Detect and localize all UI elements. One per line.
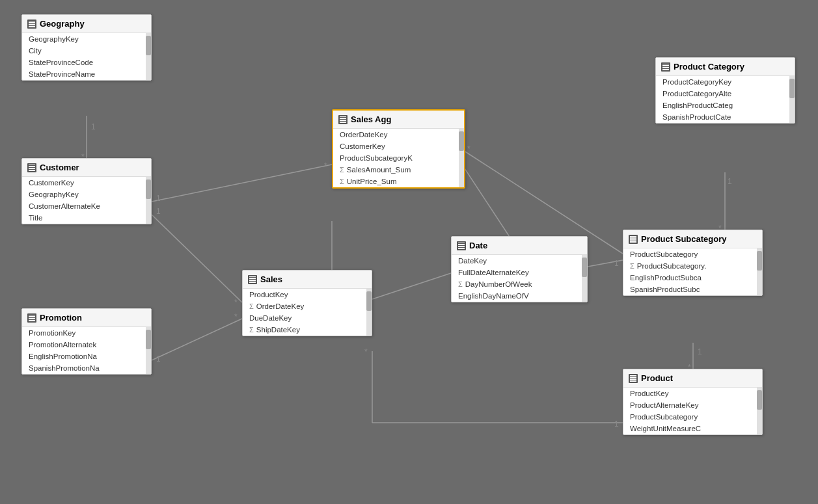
product-subcategory-table: Product Subcategory ProductSubcategory Σ… <box>623 230 763 296</box>
table-row: EnglishPromotionNa <box>22 351 151 362</box>
product-title: Product <box>641 373 673 383</box>
cardinality-cust-sales-1: 1 <box>156 207 161 216</box>
table-row: EnglishProductCateg <box>656 99 795 111</box>
product-table-icon <box>629 374 638 383</box>
geography-body: GeographyKey City StateProvinceCode Stat… <box>22 33 151 80</box>
svg-line-2 <box>152 215 242 302</box>
product-subcategory-title: Product Subcategory <box>641 234 726 244</box>
table-row: ΣUnitPrice_Sum <box>333 176 464 187</box>
cardinality-salesagg-subcat-star: * <box>467 144 470 153</box>
product-category-scrollbar[interactable] <box>789 76 795 123</box>
svg-line-3 <box>152 319 242 360</box>
date-table: Date DateKey FullDateAlternateKey ΣDayNu… <box>451 236 588 302</box>
table-row: ΣOrderDateKey <box>243 300 372 312</box>
table-row: GeographyKey <box>22 189 151 200</box>
table-row: ProductSubcategory <box>623 248 762 260</box>
customer-title: Customer <box>40 163 79 172</box>
table-row: ProductCategoryAlte <box>656 88 795 99</box>
cardinality-sales-prod-star: * <box>364 347 368 356</box>
sales-table: Sales ProductKey ΣOrderDateKey DueDateKe… <box>242 270 372 336</box>
geography-header: Geography <box>22 15 151 33</box>
cardinality-prom-sales-1: 1 <box>156 354 161 364</box>
date-title: Date <box>469 241 487 250</box>
table-row: StateProvinceName <box>22 68 151 80</box>
product-subcategory-header: Product Subcategory <box>623 230 762 248</box>
promotion-header: Promotion <box>22 309 151 327</box>
customer-scrollbar[interactable] <box>146 177 151 224</box>
table-row: EnglishProductSubca <box>623 272 762 284</box>
geography-scrollbar[interactable] <box>146 33 151 80</box>
promotion-body: PromotionKey PromotionAlternatek English… <box>22 327 151 374</box>
sales-agg-scrollbar[interactable] <box>459 129 464 187</box>
customer-table-icon <box>27 163 36 172</box>
product-subcategory-scrollbar[interactable] <box>757 248 762 295</box>
table-row: ProductSubcategory <box>623 411 762 423</box>
sales-agg-header: Sales Agg <box>333 111 464 129</box>
table-row: ProductCategoryKey <box>656 76 795 88</box>
table-row: GeographyKey <box>22 33 151 45</box>
svg-line-6 <box>372 273 451 299</box>
geography-table: Geography GeographyKey City StateProvinc… <box>21 14 152 81</box>
customer-body: CustomerKey GeographyKey CustomerAlterna… <box>22 177 151 224</box>
table-row: CustomerKey <box>22 177 151 189</box>
table-row: DueDateKey <box>243 312 372 324</box>
sales-title: Sales <box>260 274 282 284</box>
customer-header: Customer <box>22 159 151 177</box>
cardinality-geo-cust-1: 1 <box>91 122 96 131</box>
date-header: Date <box>452 237 587 255</box>
product-scrollbar[interactable] <box>757 388 762 434</box>
svg-line-1 <box>152 165 332 202</box>
sales-table-icon <box>248 275 257 284</box>
sales-agg-table-icon <box>338 115 348 124</box>
table-row: ΣSalesAmount_Sum <box>333 164 464 176</box>
date-table-icon <box>457 241 466 250</box>
product-category-title: Product Category <box>674 62 744 72</box>
table-row: ΣShipDateKey <box>243 324 372 336</box>
customer-table: Customer CustomerKey GeographyKey Custom… <box>21 158 152 224</box>
sales-body: ProductKey ΣOrderDateKey DueDateKey ΣShi… <box>243 289 372 336</box>
table-row: CustomerAlternateKe <box>22 200 151 212</box>
svg-line-12 <box>588 260 623 267</box>
date-body: DateKey FullDateAlternateKey ΣDayNumberO… <box>452 255 587 302</box>
table-row: City <box>22 45 151 57</box>
sales-header: Sales <box>243 271 372 289</box>
table-row: SpanishPromotionNa <box>22 362 151 374</box>
table-row: OrderDateKey <box>333 129 464 140</box>
promotion-table: Promotion PromotionKey PromotionAlternat… <box>21 308 152 375</box>
cardinality-sales-prod-1: 1 <box>614 419 619 429</box>
sales-agg-body: OrderDateKey CustomerKey ProductSubcateg… <box>333 129 464 187</box>
cardinality-prodcat-subcat-1: 1 <box>728 177 732 186</box>
product-body: ProductKey ProductAlternateKey ProductSu… <box>623 388 762 434</box>
table-row: SpanishProductCate <box>656 111 795 123</box>
product-category-table: Product Category ProductCategoryKey Prod… <box>655 57 795 124</box>
table-row: PromotionAlternatek <box>22 339 151 351</box>
promotion-scrollbar[interactable] <box>146 327 151 374</box>
table-row: ProductKey <box>243 289 372 300</box>
table-row: CustomerKey <box>333 140 464 152</box>
date-scrollbar[interactable] <box>582 255 587 302</box>
promotion-title: Promotion <box>40 313 82 323</box>
product-table: Product ProductKey ProductAlternateKey P… <box>623 369 763 435</box>
table-row: ProductKey <box>623 388 762 399</box>
table-row: SpanishProductSubc <box>623 284 762 295</box>
cardinality-subcat-prod-1: 1 <box>698 347 702 356</box>
table-row: WeightUnitMeasureC <box>623 423 762 434</box>
product-category-header: Product Category <box>656 58 795 76</box>
product-subcategory-table-icon <box>629 235 638 244</box>
table-row: DateKey <box>452 255 587 267</box>
geography-table-icon <box>27 20 36 29</box>
cardinality-cust-salesagg-1: 1 <box>156 194 161 203</box>
geography-title: Geography <box>40 19 85 29</box>
table-row: FullDateAlternateKey <box>452 267 587 278</box>
table-row: ProductSubcategoryK <box>333 152 464 164</box>
table-row: ProductAlternateKey <box>623 399 762 411</box>
sales-agg-title: Sales Agg <box>351 114 391 124</box>
product-category-body: ProductCategoryKey ProductCategoryAlte E… <box>656 76 795 123</box>
table-row: ΣDayNumberOfWeek <box>452 278 587 290</box>
product-category-table-icon <box>661 62 670 72</box>
table-row: ΣProductSubcategory. <box>623 260 762 272</box>
cardinality-cust-sales-star: * <box>234 298 238 307</box>
sales-scrollbar[interactable] <box>366 289 372 336</box>
sales-agg-table: Sales Agg OrderDateKey CustomerKey Produ… <box>332 109 465 189</box>
table-row: EnglishDayNameOfV <box>452 290 587 302</box>
